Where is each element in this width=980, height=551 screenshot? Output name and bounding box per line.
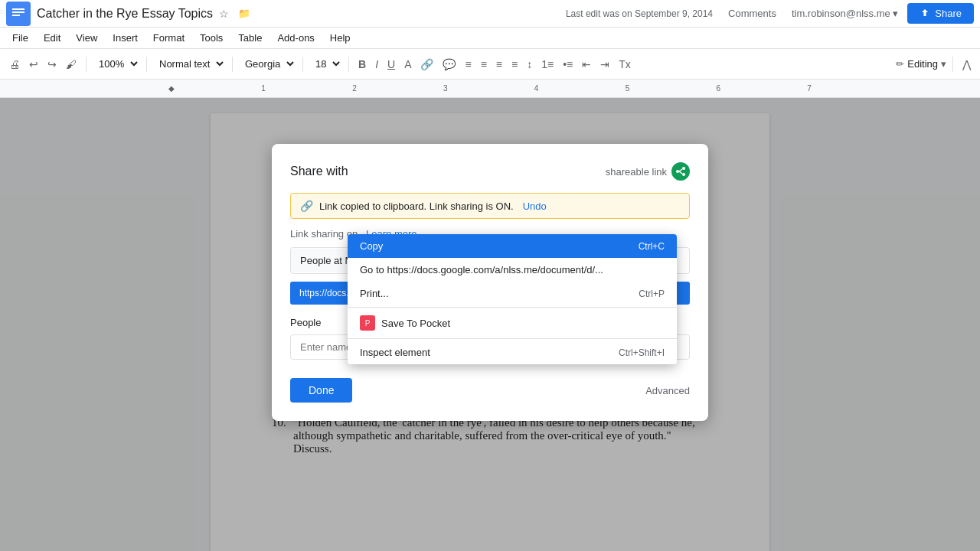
document-area: Possible Essay Topics 1."The C ▓▓▓▓▓▓▓▓▓… xyxy=(0,98,980,551)
done-button[interactable]: Done xyxy=(290,378,352,403)
link-icon[interactable]: 🔗 xyxy=(417,55,436,73)
menu-file[interactable]: File xyxy=(6,31,34,45)
separator6 xyxy=(952,57,953,72)
pencil-icon: ✏ xyxy=(896,58,904,70)
context-menu: Copy Ctrl+C Go to https://docs.google.co… xyxy=(348,234,677,364)
pocket-label: Save To Pocket xyxy=(381,318,450,329)
menu-format[interactable]: Format xyxy=(147,31,191,45)
undo-icon[interactable]: ↩ xyxy=(26,55,41,73)
link-copied-toast: 🔗 Link copied to clipboard. Link sharing… xyxy=(290,193,690,219)
inspect-label: Inspect element xyxy=(360,347,430,358)
menu-edit[interactable]: Edit xyxy=(38,31,67,45)
menu-bar: File Edit View Insert Format Tools Table… xyxy=(0,28,980,49)
separator5 xyxy=(348,57,349,72)
menu-tools[interactable]: Tools xyxy=(194,31,229,45)
align-center-icon[interactable]: ≡ xyxy=(478,55,490,73)
top-bar: Catcher in the Rye Essay Topics ☆ 📁 Last… xyxy=(0,0,980,28)
clear-format-icon[interactable]: Tx xyxy=(616,55,634,73)
copy-label: Copy xyxy=(360,240,383,252)
editing-label-text: Editing xyxy=(907,58,938,70)
svg-rect-2 xyxy=(12,15,20,16)
copy-shortcut: Ctrl+C xyxy=(639,241,665,252)
top-right-area: Last edit was on September 9, 2014 Comme… xyxy=(566,3,974,24)
print-icon[interactable]: 🖨 xyxy=(6,55,23,73)
svg-line-7 xyxy=(679,171,682,174)
comments-button[interactable]: Comments xyxy=(722,5,782,22)
share-dialog-title: Share with xyxy=(290,165,348,178)
context-menu-goto[interactable]: Go to https://docs.google.com/a/nlss.me/… xyxy=(348,258,677,282)
ruler: ◆ 1 2 3 4 5 6 7 xyxy=(0,80,980,98)
separator3 xyxy=(232,57,233,72)
last-edit-label: Last edit was on September 9, 2014 xyxy=(566,8,713,19)
shareable-link-button[interactable]: shareable link xyxy=(606,162,690,181)
toast-message: Link copied to clipboard. Link sharing i… xyxy=(319,201,514,212)
print-label: Print... xyxy=(360,288,389,299)
ordered-list-icon[interactable]: 1≡ xyxy=(538,55,557,73)
dialog-footer: Done Advanced xyxy=(290,378,690,403)
menu-insert[interactable]: Insert xyxy=(106,31,144,45)
font-size-dropdown[interactable]: 18 xyxy=(309,56,342,72)
format-paint-icon[interactable]: 🖌 xyxy=(63,55,80,73)
goto-label: Go to https://docs.google.com/a/nlss.me/… xyxy=(360,264,603,276)
share-green-icon xyxy=(671,162,690,181)
editing-mode-area: ✏ Editing ▾ ⋀ xyxy=(896,55,974,73)
align-right-icon[interactable]: ≡ xyxy=(493,55,505,73)
menu-help[interactable]: Help xyxy=(324,31,357,45)
context-menu-print[interactable]: Print... Ctrl+P xyxy=(348,282,677,305)
svg-rect-0 xyxy=(12,8,24,10)
folder-icon[interactable]: 📁 xyxy=(238,8,250,19)
context-menu-inspect[interactable]: Inspect element Ctrl+Shift+I xyxy=(348,341,677,364)
app-icon xyxy=(6,2,31,26)
star-icon[interactable]: ☆ xyxy=(219,8,229,20)
italic-icon[interactable]: I xyxy=(372,55,381,73)
font-dropdown[interactable]: Georgia xyxy=(239,56,296,72)
document-title: Catcher in the Rye Essay Topics xyxy=(37,7,213,21)
line-spacing-icon[interactable]: ↕ xyxy=(524,55,535,73)
svg-point-3 xyxy=(682,167,685,170)
editing-arrow-icon[interactable]: ▾ xyxy=(941,58,946,70)
pocket-icon: P xyxy=(360,315,375,331)
share-button[interactable]: Share xyxy=(907,3,974,24)
underline-icon[interactable]: U xyxy=(384,55,398,73)
redo-icon[interactable]: ↪ xyxy=(44,55,60,73)
menu-table[interactable]: Table xyxy=(232,31,268,45)
align-left-icon[interactable]: ≡ xyxy=(462,55,474,73)
menu-addons[interactable]: Add-ons xyxy=(271,31,320,45)
bold-icon[interactable]: B xyxy=(355,55,369,73)
align-justify-icon[interactable]: ≡ xyxy=(508,55,521,73)
separator4 xyxy=(302,57,303,72)
advanced-button[interactable]: Advanced xyxy=(645,385,690,396)
separator xyxy=(86,57,87,72)
link-icon: 🔗 xyxy=(300,200,313,212)
font-color-icon[interactable]: A xyxy=(401,55,414,73)
context-menu-pocket[interactable]: P Save To Pocket xyxy=(348,309,677,337)
toolbar: 🖨 ↩ ↪ 🖌 100% Normal text Georgia 18 B I … xyxy=(0,49,980,80)
zoom-dropdown[interactable]: 100% xyxy=(93,56,140,72)
shareable-link-label: shareable link xyxy=(606,166,667,178)
menu-view[interactable]: View xyxy=(70,31,103,45)
share-dialog-header: Share with shareable link xyxy=(290,162,690,181)
unordered-list-icon[interactable]: •≡ xyxy=(560,55,576,73)
user-email[interactable]: tim.robinson@nlss.me ▾ xyxy=(792,8,898,19)
context-separator2 xyxy=(348,338,677,339)
context-menu-copy[interactable]: Copy Ctrl+C xyxy=(348,234,677,258)
collapse-toolbar-icon[interactable]: ⋀ xyxy=(959,55,974,73)
toast-undo-button[interactable]: Undo xyxy=(523,201,547,212)
style-dropdown[interactable]: Normal text xyxy=(153,56,226,72)
inspect-shortcut: Ctrl+Shift+I xyxy=(619,347,665,358)
svg-rect-1 xyxy=(12,11,24,13)
comment-icon[interactable]: 💬 xyxy=(439,55,459,73)
separator2 xyxy=(146,57,147,72)
context-separator xyxy=(348,307,677,308)
svg-point-5 xyxy=(676,170,679,173)
decrease-indent-icon[interactable]: ⇤ xyxy=(579,55,594,73)
svg-point-4 xyxy=(682,173,685,176)
ruler-marks: ◆ 1 2 3 4 5 6 7 xyxy=(168,84,812,93)
increase-indent-icon[interactable]: ⇥ xyxy=(597,55,612,73)
print-shortcut: Ctrl+P xyxy=(639,289,665,299)
